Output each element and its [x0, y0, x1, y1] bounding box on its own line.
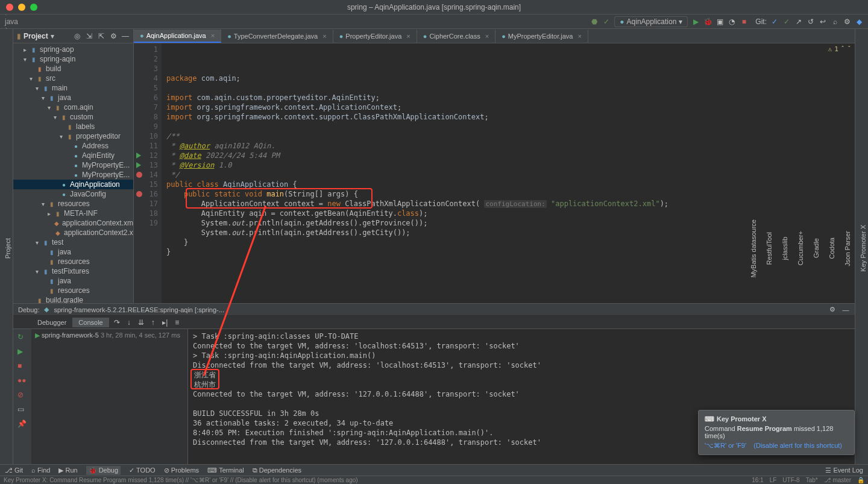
mute-bp-icon[interactable]: ⊘: [17, 391, 27, 400]
tool-tab-keypromoter[interactable]: Key Promoter X: [858, 222, 868, 274]
stop-icon[interactable]: ■: [17, 362, 27, 371]
line-sep[interactable]: LF: [770, 477, 777, 483]
tool-eventlog[interactable]: ☰ Event Log: [825, 467, 863, 474]
keyboard-icon: ⌨: [705, 415, 714, 423]
main-toolbar: ⬣ ✓ ● AqinApplication ▾ ▶ 🐞 ▣ ◔ ■ Git: ✓…: [590, 16, 863, 27]
step-out-icon[interactable]: ↑: [149, 318, 157, 327]
hide-icon[interactable]: —: [121, 32, 130, 40]
hide-icon[interactable]: —: [841, 306, 850, 314]
notif-disable[interactable]: (Disable alert for this shortcut): [753, 442, 842, 449]
evaluate-icon[interactable]: ≡: [173, 318, 181, 327]
run-config-selector[interactable]: ● AqinApplication ▾: [614, 16, 688, 27]
tool-tab-project[interactable]: Project: [3, 236, 13, 261]
profile-icon[interactable]: ◔: [728, 17, 736, 26]
zoom-icon[interactable]: [30, 4, 37, 11]
hammer-icon[interactable]: ✓: [602, 17, 611, 26]
rerun-icon[interactable]: ↻: [17, 333, 27, 342]
tool-todo[interactable]: ✓ TODO: [129, 467, 156, 474]
prev-icon[interactable]: ˆ: [841, 45, 845, 54]
frame-time: 3 hr, 28 min, 4 sec, 127 ms: [101, 332, 180, 339]
collapse-all-icon[interactable]: ⇱: [97, 32, 105, 40]
project-tree[interactable]: ▸▮spring-aop▾▮spring-aqin▮build▾▮src▾▮ma…: [13, 43, 133, 303]
git-label: Git:: [755, 17, 767, 26]
tool-tab-cucumber[interactable]: Cucumber+: [796, 228, 805, 268]
force-step-icon[interactable]: ⇊: [137, 318, 145, 327]
navigation-bar: spring-framework-5.2.21.RELEASE〉spring-a…: [0, 14, 868, 29]
notif-body: Command Resume Program missed 1,128 time…: [705, 425, 848, 439]
vcs-update-icon[interactable]: ✓: [770, 17, 779, 26]
caret-pos[interactable]: 16:1: [752, 477, 763, 483]
window-title: spring – AqinApplication.java [spring.sp…: [0, 3, 868, 11]
project-header: ▮ Project ▾ ◎ ⇲ ⇱ ⚙ —: [13, 29, 133, 43]
chevron-down-icon[interactable]: ▾: [51, 32, 54, 40]
right-tool-strip: Key Promoter X Json Parser Codota Gradle…: [855, 29, 868, 464]
warn-count: 1: [834, 45, 838, 54]
search-icon[interactable]: ⌕: [831, 17, 839, 26]
gutter[interactable]: 12345678910111213141516171819: [134, 43, 162, 303]
next-icon[interactable]: ˇ: [847, 45, 851, 54]
tool-tab-gradle[interactable]: Gradle: [811, 236, 821, 260]
vcs-push-icon[interactable]: ↗: [794, 17, 803, 26]
vcs-commit-icon[interactable]: ✓: [782, 17, 791, 26]
tool-run[interactable]: ▶ Run: [58, 467, 77, 474]
debug-config[interactable]: spring-framework-5.2.21.RELEASE:spring-a…: [54, 306, 224, 313]
bottom-tool-strip: ⎇ Git ⌕ Find ▶ Run 🐞 Debug ✓ TODO ⊘ Prob…: [0, 464, 868, 476]
tool-tab-codota[interactable]: Codota: [827, 235, 837, 261]
vcs-history-icon[interactable]: ↺: [807, 17, 815, 26]
left-tool-strip: Project Commit DB Browser: [0, 29, 13, 464]
step-into-icon[interactable]: ↓: [125, 318, 133, 327]
expand-all-icon[interactable]: ⇲: [85, 32, 93, 40]
status-message: Key Promoter X: Command Resume Program m…: [4, 477, 358, 483]
run-to-cursor-icon[interactable]: ▸|: [161, 318, 169, 327]
select-opened-icon[interactable]: ◎: [73, 32, 81, 40]
debug-icon[interactable]: 🐞: [703, 17, 712, 26]
notification-balloon[interactable]: ⌨Key Promoter X Command Resume Program m…: [698, 410, 855, 455]
encoding[interactable]: UTF-8: [782, 477, 799, 483]
tool-terminal[interactable]: ⌨ Terminal: [207, 467, 244, 474]
stop-icon[interactable]: ■: [740, 17, 748, 26]
step-over-icon[interactable]: ↷: [113, 318, 121, 327]
gear-icon[interactable]: ⚙: [109, 32, 118, 40]
layout-icon[interactable]: ▭: [17, 405, 27, 415]
close-icon[interactable]: [6, 4, 13, 11]
git-branch[interactable]: ⎇ master: [824, 477, 851, 483]
tool-dependencies[interactable]: ⧉ Dependencies: [253, 467, 301, 474]
run-icon[interactable]: ▶: [691, 17, 700, 26]
tab-debugger[interactable]: Debugger: [31, 318, 72, 327]
tool-tab-jsonparser[interactable]: Json Parser: [843, 228, 852, 269]
debug-label: Debug:: [18, 306, 39, 313]
frames-panel[interactable]: ▶ spring-framework-5 3 hr, 28 min, 4 sec…: [31, 329, 188, 464]
lock-icon[interactable]: 🔒: [857, 477, 864, 483]
tool-tab-restful[interactable]: RestfulTool: [764, 230, 774, 267]
project-tool-window: ▮ Project ▾ ◎ ⇲ ⇱ ⚙ — ▸▮spring-aop▾▮spri…: [13, 29, 134, 303]
view-bp-icon[interactable]: ●●: [17, 376, 27, 386]
code-area[interactable]: 12345678910111213141516171819 ⚠ 1 ˆ ˇ pa…: [134, 43, 855, 303]
project-title: Project: [24, 32, 48, 40]
notif-shortcut[interactable]: '⌥⌘R' or 'F9': [705, 442, 746, 449]
editor: ●AqinApplication.java×●TypeConverterDele…: [134, 29, 855, 303]
debug-action-bar: ↻ ▶ ■ ●● ⊘ ▭ 📌: [13, 329, 31, 464]
tab-console[interactable]: Console: [72, 318, 108, 327]
run-icon: ▶: [35, 332, 42, 339]
resume-icon[interactable]: ▶: [17, 347, 27, 357]
window-controls[interactable]: [6, 4, 37, 11]
vcs-rollback-icon[interactable]: ↩: [819, 17, 827, 26]
tool-debug[interactable]: 🐞 Debug: [86, 466, 121, 475]
minimize-icon[interactable]: [18, 4, 25, 11]
tool-tab-jclasslib[interactable]: jclasslib: [780, 234, 790, 263]
status-bar: Key Promoter X: Command Resume Program m…: [0, 476, 868, 484]
tool-problems[interactable]: ⊘ Problems: [164, 467, 199, 474]
settings-icon[interactable]: ⚙: [843, 17, 851, 26]
tool-find[interactable]: ⌕ Find: [31, 467, 50, 474]
tool-git[interactable]: ⎇ Git: [5, 467, 23, 474]
build-icon[interactable]: ⬣: [590, 17, 599, 26]
avatar-icon[interactable]: ◆: [855, 17, 863, 26]
indent[interactable]: Tab*: [806, 477, 818, 483]
gear-icon[interactable]: ⚙: [828, 306, 837, 314]
gradle-icon: ◆: [44, 306, 49, 313]
pin-icon[interactable]: 📌: [17, 420, 27, 429]
tool-tab-mybatis[interactable]: MyBatis datasource: [749, 217, 758, 280]
editor-tabs[interactable]: ●AqinApplication.java×●TypeConverterDele…: [134, 29, 855, 43]
inspection-widget[interactable]: ⚠ 1 ˆ ˇ: [828, 45, 852, 54]
coverage-icon[interactable]: ▣: [715, 17, 724, 26]
